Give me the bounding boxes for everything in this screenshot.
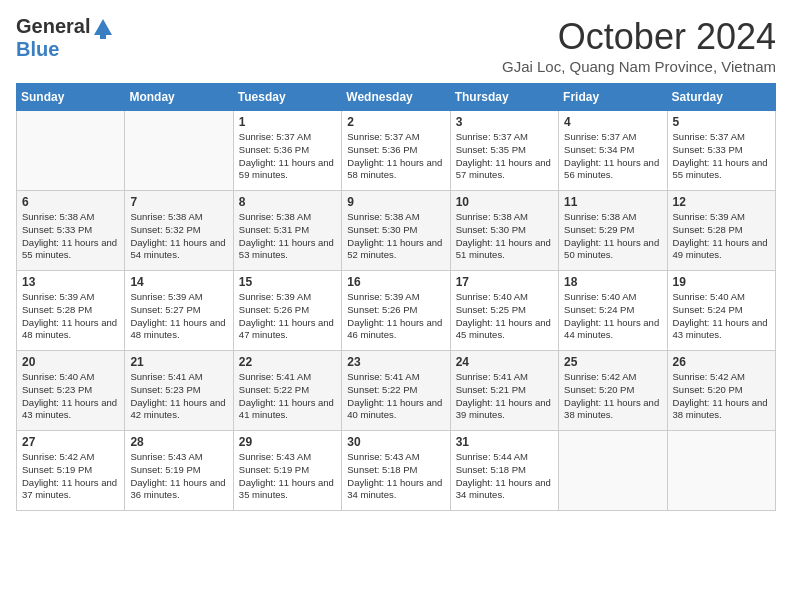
cell-content: Sunrise: 5:42 AM Sunset: 5:19 PM Dayligh…	[22, 451, 119, 502]
cell-content: Sunrise: 5:43 AM Sunset: 5:19 PM Dayligh…	[239, 451, 336, 502]
cell-content: Sunrise: 5:38 AM Sunset: 5:30 PM Dayligh…	[456, 211, 553, 262]
cell-content: Sunrise: 5:41 AM Sunset: 5:23 PM Dayligh…	[130, 371, 227, 422]
day-number: 2	[347, 115, 444, 129]
cell-content: Sunrise: 5:39 AM Sunset: 5:26 PM Dayligh…	[239, 291, 336, 342]
cell-content: Sunrise: 5:41 AM Sunset: 5:21 PM Dayligh…	[456, 371, 553, 422]
calendar-header-row: SundayMondayTuesdayWednesdayThursdayFrid…	[17, 84, 776, 111]
page-header: General Blue October 2024 GJai Loc, Quan…	[16, 16, 776, 75]
calendar-cell: 7Sunrise: 5:38 AM Sunset: 5:32 PM Daylig…	[125, 191, 233, 271]
day-number: 27	[22, 435, 119, 449]
calendar-cell: 28Sunrise: 5:43 AM Sunset: 5:19 PM Dayli…	[125, 431, 233, 511]
calendar-cell	[125, 111, 233, 191]
cell-content: Sunrise: 5:38 AM Sunset: 5:33 PM Dayligh…	[22, 211, 119, 262]
calendar-cell: 31Sunrise: 5:44 AM Sunset: 5:18 PM Dayli…	[450, 431, 558, 511]
location: GJai Loc, Quang Nam Province, Vietnam	[502, 58, 776, 75]
day-number: 18	[564, 275, 661, 289]
calendar-cell: 20Sunrise: 5:40 AM Sunset: 5:23 PM Dayli…	[17, 351, 125, 431]
logo: General Blue	[16, 16, 114, 59]
weekday-header: Saturday	[667, 84, 775, 111]
calendar-cell: 25Sunrise: 5:42 AM Sunset: 5:20 PM Dayli…	[559, 351, 667, 431]
calendar-cell: 24Sunrise: 5:41 AM Sunset: 5:21 PM Dayli…	[450, 351, 558, 431]
cell-content: Sunrise: 5:37 AM Sunset: 5:36 PM Dayligh…	[347, 131, 444, 182]
weekday-header: Tuesday	[233, 84, 341, 111]
day-number: 13	[22, 275, 119, 289]
calendar-cell: 8Sunrise: 5:38 AM Sunset: 5:31 PM Daylig…	[233, 191, 341, 271]
calendar-cell: 14Sunrise: 5:39 AM Sunset: 5:27 PM Dayli…	[125, 271, 233, 351]
calendar-body: 1Sunrise: 5:37 AM Sunset: 5:36 PM Daylig…	[17, 111, 776, 511]
calendar-cell: 12Sunrise: 5:39 AM Sunset: 5:28 PM Dayli…	[667, 191, 775, 271]
calendar-cell: 26Sunrise: 5:42 AM Sunset: 5:20 PM Dayli…	[667, 351, 775, 431]
day-number: 12	[673, 195, 770, 209]
cell-content: Sunrise: 5:41 AM Sunset: 5:22 PM Dayligh…	[347, 371, 444, 422]
calendar-week-row: 27Sunrise: 5:42 AM Sunset: 5:19 PM Dayli…	[17, 431, 776, 511]
day-number: 10	[456, 195, 553, 209]
calendar-week-row: 13Sunrise: 5:39 AM Sunset: 5:28 PM Dayli…	[17, 271, 776, 351]
calendar-cell: 6Sunrise: 5:38 AM Sunset: 5:33 PM Daylig…	[17, 191, 125, 271]
day-number: 5	[673, 115, 770, 129]
day-number: 7	[130, 195, 227, 209]
calendar-cell: 22Sunrise: 5:41 AM Sunset: 5:22 PM Dayli…	[233, 351, 341, 431]
day-number: 17	[456, 275, 553, 289]
svg-marker-1	[100, 35, 106, 39]
weekday-header: Friday	[559, 84, 667, 111]
logo-text: General	[16, 16, 114, 39]
cell-content: Sunrise: 5:38 AM Sunset: 5:29 PM Dayligh…	[564, 211, 661, 262]
day-number: 8	[239, 195, 336, 209]
cell-content: Sunrise: 5:40 AM Sunset: 5:25 PM Dayligh…	[456, 291, 553, 342]
calendar-cell: 10Sunrise: 5:38 AM Sunset: 5:30 PM Dayli…	[450, 191, 558, 271]
calendar-cell: 23Sunrise: 5:41 AM Sunset: 5:22 PM Dayli…	[342, 351, 450, 431]
day-number: 21	[130, 355, 227, 369]
day-number: 4	[564, 115, 661, 129]
day-number: 9	[347, 195, 444, 209]
calendar-cell: 21Sunrise: 5:41 AM Sunset: 5:23 PM Dayli…	[125, 351, 233, 431]
cell-content: Sunrise: 5:41 AM Sunset: 5:22 PM Dayligh…	[239, 371, 336, 422]
logo-blue: Blue	[16, 39, 114, 59]
cell-content: Sunrise: 5:39 AM Sunset: 5:28 PM Dayligh…	[22, 291, 119, 342]
day-number: 19	[673, 275, 770, 289]
calendar-cell: 19Sunrise: 5:40 AM Sunset: 5:24 PM Dayli…	[667, 271, 775, 351]
cell-content: Sunrise: 5:40 AM Sunset: 5:24 PM Dayligh…	[564, 291, 661, 342]
logo-icon	[92, 17, 114, 39]
cell-content: Sunrise: 5:42 AM Sunset: 5:20 PM Dayligh…	[673, 371, 770, 422]
cell-content: Sunrise: 5:38 AM Sunset: 5:31 PM Dayligh…	[239, 211, 336, 262]
day-number: 11	[564, 195, 661, 209]
day-number: 3	[456, 115, 553, 129]
calendar-week-row: 6Sunrise: 5:38 AM Sunset: 5:33 PM Daylig…	[17, 191, 776, 271]
calendar-cell: 4Sunrise: 5:37 AM Sunset: 5:34 PM Daylig…	[559, 111, 667, 191]
day-number: 24	[456, 355, 553, 369]
day-number: 15	[239, 275, 336, 289]
day-number: 14	[130, 275, 227, 289]
cell-content: Sunrise: 5:42 AM Sunset: 5:20 PM Dayligh…	[564, 371, 661, 422]
calendar-cell	[559, 431, 667, 511]
calendar-cell: 17Sunrise: 5:40 AM Sunset: 5:25 PM Dayli…	[450, 271, 558, 351]
cell-content: Sunrise: 5:39 AM Sunset: 5:28 PM Dayligh…	[673, 211, 770, 262]
cell-content: Sunrise: 5:43 AM Sunset: 5:18 PM Dayligh…	[347, 451, 444, 502]
day-number: 29	[239, 435, 336, 449]
weekday-header: Wednesday	[342, 84, 450, 111]
calendar-cell: 11Sunrise: 5:38 AM Sunset: 5:29 PM Dayli…	[559, 191, 667, 271]
day-number: 23	[347, 355, 444, 369]
calendar-cell: 27Sunrise: 5:42 AM Sunset: 5:19 PM Dayli…	[17, 431, 125, 511]
cell-content: Sunrise: 5:37 AM Sunset: 5:33 PM Dayligh…	[673, 131, 770, 182]
calendar-cell: 16Sunrise: 5:39 AM Sunset: 5:26 PM Dayli…	[342, 271, 450, 351]
day-number: 30	[347, 435, 444, 449]
calendar-table: SundayMondayTuesdayWednesdayThursdayFrid…	[16, 83, 776, 511]
weekday-header: Monday	[125, 84, 233, 111]
cell-content: Sunrise: 5:43 AM Sunset: 5:19 PM Dayligh…	[130, 451, 227, 502]
calendar-cell: 5Sunrise: 5:37 AM Sunset: 5:33 PM Daylig…	[667, 111, 775, 191]
calendar-cell: 18Sunrise: 5:40 AM Sunset: 5:24 PM Dayli…	[559, 271, 667, 351]
cell-content: Sunrise: 5:37 AM Sunset: 5:35 PM Dayligh…	[456, 131, 553, 182]
calendar-cell: 13Sunrise: 5:39 AM Sunset: 5:28 PM Dayli…	[17, 271, 125, 351]
cell-content: Sunrise: 5:40 AM Sunset: 5:24 PM Dayligh…	[673, 291, 770, 342]
cell-content: Sunrise: 5:44 AM Sunset: 5:18 PM Dayligh…	[456, 451, 553, 502]
cell-content: Sunrise: 5:37 AM Sunset: 5:36 PM Dayligh…	[239, 131, 336, 182]
day-number: 1	[239, 115, 336, 129]
calendar-cell: 3Sunrise: 5:37 AM Sunset: 5:35 PM Daylig…	[450, 111, 558, 191]
calendar-week-row: 20Sunrise: 5:40 AM Sunset: 5:23 PM Dayli…	[17, 351, 776, 431]
day-number: 16	[347, 275, 444, 289]
calendar-cell: 29Sunrise: 5:43 AM Sunset: 5:19 PM Dayli…	[233, 431, 341, 511]
calendar-cell: 2Sunrise: 5:37 AM Sunset: 5:36 PM Daylig…	[342, 111, 450, 191]
title-block: October 2024 GJai Loc, Quang Nam Provinc…	[502, 16, 776, 75]
month-title: October 2024	[502, 16, 776, 58]
cell-content: Sunrise: 5:40 AM Sunset: 5:23 PM Dayligh…	[22, 371, 119, 422]
